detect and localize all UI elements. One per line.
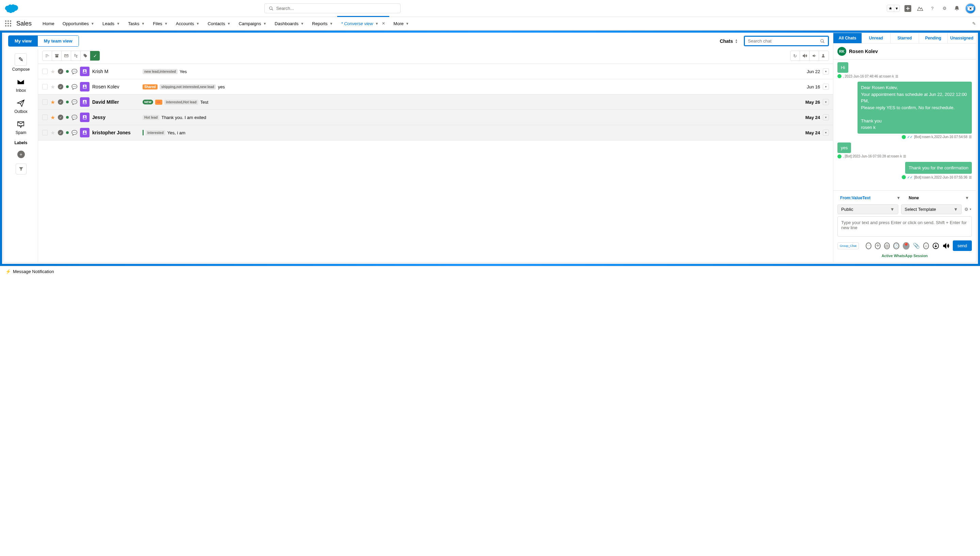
nav-files[interactable]: Files▼ bbox=[149, 17, 172, 30]
group-chat-button[interactable]: Group_Chat bbox=[837, 242, 859, 249]
chats-dropdown[interactable]: Chats ▲▼ bbox=[716, 36, 741, 46]
trailhead-icon[interactable] bbox=[916, 5, 924, 13]
status-check-icon[interactable]: ✓ bbox=[58, 99, 63, 105]
help-icon[interactable]: ? bbox=[928, 5, 936, 13]
message-preview: yes bbox=[218, 84, 225, 89]
outbox-button[interactable]: Outbox bbox=[14, 98, 28, 114]
nav-campaigns[interactable]: Campaigns▼ bbox=[235, 17, 271, 30]
nav-contacts[interactable]: Contacts▼ bbox=[204, 17, 235, 30]
schedule-icon[interactable]: 🕐 bbox=[893, 242, 899, 249]
more-icon[interactable]: ⋯ bbox=[866, 242, 871, 249]
nav-accounts[interactable]: Accounts▼ bbox=[172, 17, 204, 30]
status-check-icon[interactable]: ✓ bbox=[58, 84, 63, 89]
message-menu-icon[interactable]: ☰ bbox=[895, 74, 898, 78]
filter-tab-unassigned[interactable]: Unassigned bbox=[948, 32, 976, 43]
nav-more[interactable]: More▼ bbox=[389, 17, 413, 30]
message-input[interactable] bbox=[837, 216, 972, 237]
row-menu-icon[interactable]: ▼ bbox=[823, 99, 829, 105]
mention-icon[interactable]: @ bbox=[884, 242, 890, 249]
assign-user-icon[interactable] bbox=[819, 51, 829, 61]
emoji-icon[interactable]: ☺ bbox=[923, 242, 929, 249]
location-icon[interactable]: 📍 bbox=[903, 242, 910, 250]
row-checkbox[interactable] bbox=[42, 99, 48, 105]
sound-icon[interactable] bbox=[800, 51, 810, 61]
close-tab-icon[interactable]: ✕ bbox=[382, 21, 385, 26]
status-check-icon[interactable]: ✓ bbox=[58, 69, 63, 74]
snooze-icon[interactable] bbox=[71, 51, 81, 61]
filter-tab-starred[interactable]: Starred bbox=[891, 32, 919, 43]
download-icon[interactable] bbox=[932, 242, 939, 250]
template-dropdown[interactable]: Select Template▼ bbox=[901, 204, 962, 214]
archive-icon[interactable] bbox=[52, 51, 62, 61]
nav-home[interactable]: Home bbox=[39, 17, 58, 30]
row-menu-icon[interactable]: ▼ bbox=[823, 68, 829, 74]
filter-tab-all-chats[interactable]: All Chats bbox=[833, 32, 862, 43]
edit-nav-icon[interactable]: ✎ bbox=[972, 21, 976, 26]
svg-point-10 bbox=[8, 25, 9, 26]
global-search[interactable]: Search... bbox=[264, 3, 400, 13]
broadcast-icon[interactable] bbox=[810, 51, 819, 61]
status-check-icon[interactable]: ✓ bbox=[58, 130, 63, 135]
setup-gear-icon[interactable]: ⚙ bbox=[941, 5, 949, 13]
my-view-tab[interactable]: My view bbox=[8, 36, 38, 46]
none-dropdown[interactable]: None▼ bbox=[906, 194, 972, 202]
row-checkbox[interactable] bbox=[42, 130, 48, 135]
row-checkbox[interactable] bbox=[42, 69, 48, 74]
attach-icon[interactable]: 📎 bbox=[913, 242, 920, 250]
nav-dashboards[interactable]: Dashboards▼ bbox=[271, 17, 308, 30]
send-button[interactable]: send bbox=[953, 241, 972, 251]
search-chat-input[interactable] bbox=[744, 36, 829, 46]
star-icon[interactable]: ★ bbox=[50, 68, 55, 75]
user-avatar[interactable]: 🐻‍❄️ bbox=[965, 3, 976, 14]
chat-bubble-icon: 💬 bbox=[71, 130, 77, 135]
inbox-button[interactable]: Inbox bbox=[16, 77, 26, 93]
notifications-bell-icon[interactable] bbox=[953, 5, 961, 13]
star-icon[interactable]: ★ bbox=[50, 84, 55, 90]
svg-point-5 bbox=[10, 20, 11, 22]
add-target-icon[interactable]: ✛ bbox=[875, 242, 881, 249]
add-icon[interactable] bbox=[904, 5, 912, 13]
sort-arrows-icon: ▲▼ bbox=[735, 39, 738, 44]
row-menu-icon[interactable]: ▼ bbox=[823, 84, 829, 90]
list-settings-icon[interactable] bbox=[42, 51, 52, 61]
tag-icon[interactable] bbox=[81, 51, 90, 61]
mail-icon[interactable] bbox=[62, 51, 71, 61]
star-icon[interactable]: ★ bbox=[50, 129, 55, 136]
chevron-down-icon: ▼ bbox=[227, 22, 230, 26]
from-dropdown[interactable]: From:ValueText▼ bbox=[837, 194, 904, 202]
visibility-dropdown[interactable]: Public▼ bbox=[837, 204, 898, 214]
row-menu-icon[interactable]: ▼ bbox=[823, 114, 829, 120]
star-icon[interactable]: ★ bbox=[50, 99, 55, 105]
spam-button[interactable]: Spam bbox=[16, 120, 26, 135]
nav-reports[interactable]: Reports▼ bbox=[308, 17, 337, 30]
compose-settings[interactable]: ⚙▼ bbox=[964, 207, 972, 212]
row-checkbox[interactable] bbox=[42, 84, 48, 89]
chat-row[interactable]: ★✓💬David MIllerNEW•••interested,Hot lead… bbox=[38, 95, 833, 110]
row-menu-icon[interactable]: ▼ bbox=[823, 129, 829, 136]
filter-tab-pending[interactable]: Pending bbox=[919, 32, 948, 43]
filter-tab-unread[interactable]: Unread bbox=[862, 32, 891, 43]
filter-button[interactable] bbox=[16, 163, 26, 175]
chat-row[interactable]: ★✓💬Krish Mnew lead,interestedYesJun 22▼ bbox=[38, 64, 833, 79]
status-check-icon[interactable]: ✓ bbox=[58, 115, 63, 120]
message-menu-icon[interactable]: ☰ bbox=[969, 135, 972, 139]
message-menu-icon[interactable]: ☰ bbox=[903, 154, 906, 158]
star-icon[interactable]: ★ bbox=[50, 114, 55, 121]
audio-icon[interactable] bbox=[943, 242, 949, 250]
message-menu-icon[interactable]: ☰ bbox=[969, 176, 972, 179]
favorites-toggle[interactable]: ★▾ bbox=[887, 5, 900, 12]
nav-opportunities[interactable]: Opportunities▼ bbox=[58, 17, 98, 30]
nav-leads[interactable]: Leads▼ bbox=[98, 17, 124, 30]
nav-tasks[interactable]: Tasks▼ bbox=[124, 17, 149, 30]
chat-row[interactable]: ★✓💬kristopher JonesinterestedYes, i amMa… bbox=[38, 125, 833, 141]
add-label-button[interactable]: + bbox=[17, 151, 25, 158]
refresh-icon[interactable]: ↻ bbox=[790, 51, 800, 61]
approve-icon[interactable]: ✓ bbox=[90, 51, 100, 61]
chat-row[interactable]: ★✓💬JessyHot leadThank you. I am exitedMa… bbox=[38, 110, 833, 125]
team-view-tab[interactable]: My team view bbox=[38, 36, 79, 46]
nav-converse-view[interactable]: * Converse view▼✕ bbox=[337, 17, 390, 30]
compose-button[interactable]: ✎ Compose bbox=[12, 53, 29, 72]
app-launcher-icon[interactable] bbox=[4, 19, 12, 27]
row-checkbox[interactable] bbox=[42, 115, 48, 120]
chat-row[interactable]: ★✓💬Rosen KolevSharedshipping,not interes… bbox=[38, 79, 833, 95]
